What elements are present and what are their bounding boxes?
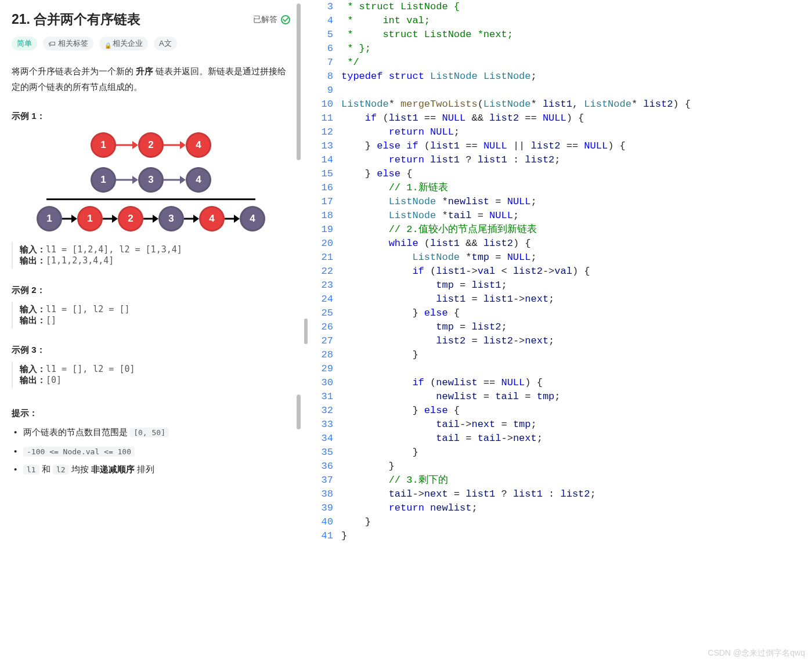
code-text[interactable]: ListNode *newlist = NULL; (341, 195, 812, 209)
code-text[interactable]: // 2.值较小的节点尾插到新链表 (341, 223, 812, 237)
code-line[interactable]: 30 if (newlist == NULL) { (310, 376, 812, 390)
code-text[interactable]: return newlist; (341, 501, 812, 515)
code-line[interactable]: 7 */ (310, 56, 812, 70)
code-line[interactable]: 38 tail->next = list1 ? list1 : list2; (310, 487, 812, 501)
code-line[interactable]: 12 return NULL; (310, 125, 812, 139)
code-text[interactable]: newlist = tail = tmp; (341, 390, 812, 404)
scrollbar-thumb[interactable] (297, 3, 301, 160)
arrow-icon (225, 215, 240, 223)
code-line[interactable]: 21 ListNode *tmp = NULL; (310, 251, 812, 265)
code-line[interactable]: 20 while (list1 && list2) { (310, 237, 812, 251)
code-text[interactable]: */ (341, 56, 812, 70)
code-text[interactable] (341, 84, 812, 97)
code-text[interactable] (341, 362, 812, 376)
code-line[interactable]: 10ListNode* mergeTwoLists(ListNode* list… (310, 97, 812, 111)
code-text[interactable]: } (341, 529, 812, 543)
code-text[interactable]: * }; (341, 42, 812, 56)
code-text[interactable]: } (341, 515, 812, 529)
code-line[interactable]: 17 ListNode *newlist = NULL; (310, 195, 812, 209)
code-text[interactable]: } else { (341, 167, 812, 181)
code-text[interactable]: * struct ListNode *next; (341, 28, 812, 42)
code-text[interactable]: tmp = list2; (341, 320, 812, 334)
code-editor[interactable]: 3 * struct ListNode {4 * int val;5 * str… (310, 0, 812, 662)
line-number: 38 (310, 487, 341, 501)
code-text[interactable]: } else { (341, 306, 812, 320)
code-text[interactable]: return list1 ? list1 : list2; (341, 153, 812, 167)
problem-description: 将两个升序链表合并为一个新的 升序 链表并返回。新链表是通过拼接给定的两个链表的… (12, 63, 290, 95)
code-line[interactable]: 23 tmp = list1; (310, 278, 812, 292)
pane-splitter[interactable] (302, 0, 310, 662)
line-number: 12 (310, 125, 341, 139)
code-text[interactable]: tmp = list1; (341, 278, 812, 292)
related-topics-tag[interactable]: 🏷 相关标签 (43, 37, 93, 50)
code-line[interactable]: 15 } else { (310, 167, 812, 181)
code-text[interactable]: ListNode *tail = NULL; (341, 209, 812, 223)
code-line[interactable]: 36 } (310, 460, 812, 473)
line-number: 8 (310, 70, 341, 84)
code-line[interactable]: 24 list1 = list1->next; (310, 292, 812, 306)
code-text[interactable]: if (list1 == NULL && list2 == NULL) { (341, 111, 812, 125)
code-line[interactable]: 16 // 1.新链表 (310, 181, 812, 195)
solved-badge: 已解答 (253, 15, 290, 25)
code-text[interactable]: ListNode *tmp = NULL; (341, 251, 812, 265)
code-line[interactable]: 35 } (310, 446, 812, 460)
code-line[interactable]: 26 tmp = list2; (310, 320, 812, 334)
code-line[interactable]: 14 return list1 ? list1 : list2; (310, 153, 812, 167)
code-text[interactable]: tail->next = list1 ? list1 : list2; (341, 487, 812, 501)
code-text[interactable]: tail->next = tmp; (341, 418, 812, 432)
lock-icon (104, 41, 110, 46)
code-line[interactable]: 25 } else { (310, 306, 812, 320)
code-line[interactable]: 32 } else { (310, 404, 812, 418)
code-line[interactable]: 28 } (310, 348, 812, 362)
code-line[interactable]: 19 // 2.值较小的节点尾插到新链表 (310, 223, 812, 237)
code-line[interactable]: 29 (310, 362, 812, 376)
line-number: 35 (310, 446, 341, 460)
code-line[interactable]: 9 (310, 84, 812, 97)
code-text[interactable]: if (newlist == NULL) { (341, 376, 812, 390)
code-text[interactable]: return NULL; (341, 125, 812, 139)
code-line[interactable]: 31 newlist = tail = tmp; (310, 390, 812, 404)
code-text[interactable]: * struct ListNode { (341, 0, 812, 14)
code-line[interactable]: 34 tail = tail->next; (310, 432, 812, 446)
difficulty-tag[interactable]: 简单 (12, 37, 37, 50)
code-line[interactable]: 6 * }; (310, 42, 812, 56)
code-text[interactable]: } (341, 446, 812, 460)
code-text[interactable]: // 1.新链表 (341, 181, 812, 195)
code-line[interactable]: 27 list2 = list2->next; (310, 334, 812, 348)
code-text[interactable]: } (341, 460, 812, 473)
code-line[interactable]: 11 if (list1 == NULL && list2 == NULL) { (310, 111, 812, 125)
scrollbar-thumb[interactable] (297, 395, 301, 429)
code-text[interactable]: } else if (list1 == NULL || list2 == NUL… (341, 139, 812, 153)
translate-tag[interactable]: A文 (154, 37, 177, 50)
code-text[interactable]: if (list1->val < list2->val) { (341, 265, 812, 278)
code-text[interactable]: } (341, 348, 812, 362)
code-line[interactable]: 37 // 3.剩下的 (310, 473, 812, 487)
code-text[interactable]: while (list1 && list2) { (341, 237, 812, 251)
code-line[interactable]: 4 * int val; (310, 14, 812, 28)
code-line[interactable]: 33 tail->next = tmp; (310, 418, 812, 432)
code-line[interactable]: 8typedef struct ListNode ListNode; (310, 70, 812, 84)
code-text[interactable]: } else { (341, 404, 812, 418)
code-line[interactable]: 39 return newlist; (310, 501, 812, 515)
problem-title: 21. 合并两个有序链表 (12, 10, 140, 28)
code-line[interactable]: 18 ListNode *tail = NULL; (310, 209, 812, 223)
code-line[interactable]: 40 } (310, 515, 812, 529)
code-line[interactable]: 3 * struct ListNode { (310, 0, 812, 14)
code-line[interactable]: 41} (310, 529, 812, 543)
merged-node: 1 (37, 206, 62, 231)
code-text[interactable]: tail = tail->next; (341, 432, 812, 446)
code-text[interactable]: typedef struct ListNode ListNode; (341, 70, 812, 84)
code-text[interactable]: ListNode* mergeTwoLists(ListNode* list1,… (341, 97, 812, 111)
code-text[interactable]: list2 = list2->next; (341, 334, 812, 348)
code-line[interactable]: 5 * struct ListNode *next; (310, 28, 812, 42)
code-text[interactable]: list1 = list1->next; (341, 292, 812, 306)
arrow-icon (62, 215, 77, 223)
code-line[interactable]: 13 } else if (list1 == NULL || list2 == … (310, 139, 812, 153)
arrow-icon (164, 176, 186, 184)
line-number: 31 (310, 390, 341, 404)
code-text[interactable]: // 3.剩下的 (341, 473, 812, 487)
code-text[interactable]: * int val; (341, 14, 812, 28)
code-line[interactable]: 22 if (list1->val < list2->val) { (310, 265, 812, 278)
related-companies-tag[interactable]: 相关企业 (99, 37, 148, 50)
splitter-handle-icon (304, 319, 308, 344)
